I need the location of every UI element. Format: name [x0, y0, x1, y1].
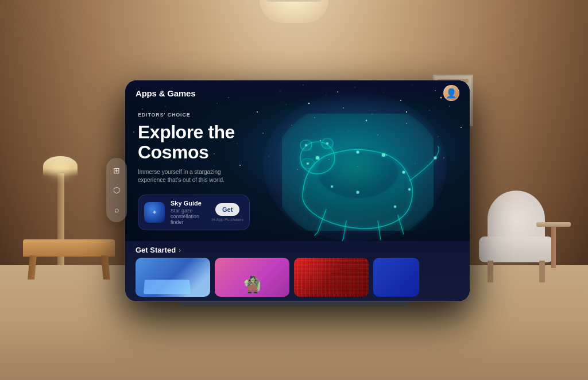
- hero-title-line2: Cosmos: [138, 142, 208, 162]
- svg-point-38: [461, 127, 462, 128]
- bench-leg-2: [101, 255, 110, 280]
- thumbnail-1[interactable]: [136, 258, 210, 297]
- svg-point-62: [357, 151, 359, 154]
- in-app-text: In-App Purchases: [211, 218, 243, 222]
- bench-leg-1: [28, 255, 37, 280]
- hero-section: EDITORS' CHOICE Explore the Cosmos Immer…: [125, 80, 470, 255]
- hero-text-block: EDITORS' CHOICE Explore the Cosmos Immer…: [138, 112, 250, 230]
- search-icon[interactable]: ⌕: [109, 201, 125, 218]
- person-icon[interactable]: ⬡: [109, 182, 125, 198]
- get-started-label: Get Started: [136, 246, 176, 254]
- editors-choice-badge: EDITORS' CHOICE: [138, 112, 250, 118]
- screen-title: Apps & Games: [136, 88, 195, 98]
- app-info: Sky Guide Star gaze constellation finder: [171, 200, 206, 225]
- table-top: [536, 222, 571, 227]
- apps-icon[interactable]: ⊞: [109, 162, 125, 179]
- user-avatar[interactable]: 👤: [443, 85, 459, 101]
- svg-point-14: [142, 108, 142, 109]
- hero-subtitle: Immerse yourself in a stargazing experie…: [138, 168, 235, 184]
- svg-point-63: [382, 153, 385, 157]
- app-thumbnails: [136, 258, 459, 297]
- avatar-img: 👤: [446, 88, 457, 99]
- thumbnail-2[interactable]: [215, 258, 289, 297]
- get-started-bar[interactable]: Get Started ›: [136, 241, 459, 258]
- chevron-right-icon: ›: [179, 246, 181, 254]
- bear-constellation: [257, 98, 452, 241]
- svg-point-64: [403, 171, 405, 174]
- svg-point-66: [394, 205, 396, 208]
- app-name: Sky Guide: [171, 200, 206, 207]
- app-icon: [144, 202, 165, 223]
- hero-title-line1: Explore the: [138, 122, 235, 142]
- bottom-section: Get Started ›: [125, 241, 470, 301]
- svg-point-61: [316, 156, 319, 160]
- svg-point-69: [307, 162, 309, 165]
- svg-point-26: [133, 131, 134, 133]
- svg-point-15: [165, 106, 166, 107]
- app-card: Sky Guide Star gaze constellation finder…: [138, 195, 250, 230]
- app-desc: Star gaze constellation finder: [171, 208, 206, 225]
- bench-seat: [23, 239, 115, 257]
- svg-point-68: [331, 185, 333, 188]
- svg-point-67: [357, 191, 359, 194]
- main-screen: Apps & Games 👤: [125, 80, 470, 301]
- svg-point-70: [305, 144, 307, 146]
- table-leg: [551, 227, 556, 268]
- get-button[interactable]: Get: [215, 203, 239, 216]
- bench-left: [23, 222, 115, 280]
- hero-title: Explore the Cosmos: [138, 122, 250, 162]
- side-table: [536, 222, 571, 268]
- svg-point-71: [326, 142, 328, 145]
- thumbnail-4[interactable]: [373, 258, 419, 297]
- svg-point-65: [408, 188, 411, 191]
- app-icon-visual: [144, 202, 165, 223]
- sidebar-panel: ⊞ ⬡ ⌕: [106, 158, 127, 222]
- thumbnail-3[interactable]: [294, 258, 369, 297]
- screen-header: Apps & Games 👤: [125, 80, 470, 106]
- svg-point-72: [434, 157, 437, 160]
